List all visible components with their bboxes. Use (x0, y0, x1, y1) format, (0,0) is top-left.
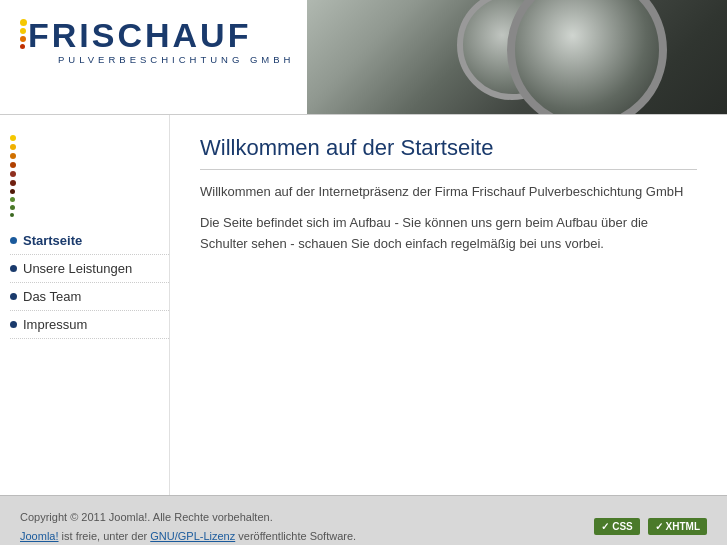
dot-yellow2 (20, 28, 26, 34)
accent-dot-6 (10, 180, 16, 186)
xhtml-badge-label: ✓ XHTML (655, 521, 700, 532)
content-paragraph-1: Willkommen auf der Internetpräsenz der F… (200, 182, 697, 203)
main-wrapper: Startseite Unsere Leistungen Das Team Im… (0, 115, 727, 495)
logo-top-row: FRISCHAUF (20, 18, 294, 52)
dot-yellow (20, 19, 27, 26)
brand-name: FRISCHAUF (28, 18, 251, 52)
nav-bullet (10, 293, 17, 300)
footer-joomla-text: ist freie, unter der (59, 530, 151, 542)
nav-label-impressum: Impressum (23, 317, 87, 332)
header-circle-large (507, 0, 667, 115)
accent-dot-4 (10, 162, 16, 168)
accent-dot-10 (10, 213, 14, 217)
css-badge-label: ✓ CSS (601, 521, 632, 532)
site-footer: Copyright © 2011 Joomla!. Alle Rechte vo… (0, 495, 727, 545)
accent-dot-5 (10, 171, 16, 177)
sidebar-accent-dots (10, 135, 169, 217)
nav-label-leistungen: Unsere Leistungen (23, 261, 132, 276)
footer-license-line: Joomla! ist freie, unter der GNU/GPL-Liz… (20, 527, 356, 545)
css-badge: ✓ CSS (594, 518, 639, 535)
footer-license-suffix: veröffentlichte Software. (235, 530, 356, 542)
logo-wrapper: FRISCHAUF Pulverbeschichtung GmbH (10, 10, 304, 73)
nav-bullet (10, 321, 17, 328)
nav-bullet (10, 265, 17, 272)
header-image (307, 0, 727, 115)
footer-copyright: Copyright © 2011 Joomla!. Alle Rechte vo… (20, 508, 356, 527)
main-content: Willkommen auf der Startseite Willkommen… (170, 115, 727, 495)
logo-dots (20, 19, 27, 49)
dot-red (20, 44, 25, 49)
accent-dot-8 (10, 197, 15, 202)
brand-subtitle: Pulverbeschichtung GmbH (58, 54, 294, 65)
accent-dot-3 (10, 153, 16, 159)
gpl-link[interactable]: GNU/GPL-Lizenz (150, 530, 235, 542)
accent-dot-9 (10, 205, 15, 210)
sidebar-item-leistungen[interactable]: Unsere Leistungen (10, 255, 169, 283)
joomla-link[interactable]: Joomla! (20, 530, 59, 542)
accent-dot-2 (10, 144, 16, 150)
logo-dots-col (20, 19, 27, 51)
footer-text: Copyright © 2011 Joomla!. Alle Rechte vo… (20, 508, 356, 545)
page-wrapper: FRISCHAUF Pulverbeschichtung GmbH (0, 0, 727, 545)
content-body: Willkommen auf der Internetpräsenz der F… (200, 182, 697, 254)
accent-dot-7 (10, 189, 15, 194)
sidebar-item-team[interactable]: Das Team (10, 283, 169, 311)
nav-label-startseite: Startseite (23, 233, 82, 248)
dot-orange (20, 36, 26, 42)
sidebar: Startseite Unsere Leistungen Das Team Im… (0, 115, 170, 495)
nav-bullet (10, 237, 17, 244)
content-paragraph-2: Die Seite befindet sich im Aufbau - Sie … (200, 213, 697, 255)
xhtml-badge: ✓ XHTML (648, 518, 707, 535)
accent-dot-1 (10, 135, 16, 141)
sidebar-item-startseite[interactable]: Startseite (10, 227, 169, 255)
nav-label-team: Das Team (23, 289, 81, 304)
footer-badges: ✓ CSS ✓ XHTML (594, 518, 707, 535)
sidebar-item-impressum[interactable]: Impressum (10, 311, 169, 339)
site-logo: FRISCHAUF Pulverbeschichtung GmbH (10, 10, 304, 73)
site-header: FRISCHAUF Pulverbeschichtung GmbH (0, 0, 727, 115)
page-title: Willkommen auf der Startseite (200, 135, 697, 170)
